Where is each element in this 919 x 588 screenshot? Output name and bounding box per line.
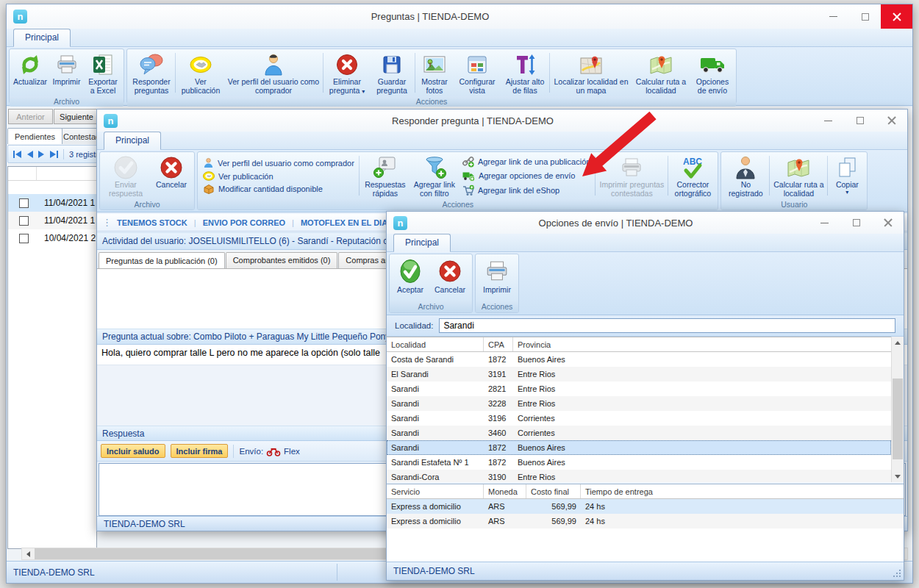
agregar-link-publicacion-item[interactable]: Agregar link de una publicación xyxy=(462,156,591,168)
opciones-envio-button[interactable]: Opciones de envío xyxy=(690,50,734,96)
quick-reply-envio-correo[interactable]: ENVIO POR CORREO xyxy=(203,218,285,227)
first-record-button[interactable] xyxy=(13,151,21,158)
opciones-titlebar[interactable]: n Opciones de envío | TIENDA-DEMO xyxy=(387,212,904,234)
locality-row[interactable]: Sarandi 3228 Entre Rios xyxy=(387,396,891,411)
eliminar-pregunta-button[interactable]: Eliminar pregunta ▾ xyxy=(324,50,370,96)
scroll-up-button[interactable] xyxy=(892,337,904,348)
preguntas-ribbon: Actualizar Imprimir Exportar a Excel Arc… xyxy=(7,47,912,106)
ver-publicacion-item[interactable]: Ver publicación xyxy=(203,171,354,181)
locality-row-selected[interactable]: Sarandi 1872 Buenos Aires xyxy=(387,440,891,455)
agregar-link-eshop-item[interactable]: Agregar link del eShop xyxy=(462,184,591,196)
services-header-row[interactable]: Servicio Moneda Costo final Tiempo de en… xyxy=(387,484,904,499)
locality-row[interactable]: Costa de Sarandi 1872 Buenos Aires xyxy=(387,352,891,367)
close-button[interactable] xyxy=(872,212,904,234)
cell-localidad: Sarandi xyxy=(387,429,484,437)
responder-titlebar[interactable]: n Responder pregunta | TIENDA-DEMO xyxy=(97,110,907,132)
prev-record-button[interactable] xyxy=(26,151,33,158)
question-row[interactable]: 10/04/2021 2 xyxy=(8,229,96,247)
column-header-localidad[interactable]: Localidad xyxy=(387,337,484,351)
resize-grip[interactable] xyxy=(893,570,901,578)
tab-comprobantes[interactable]: Comprobantes emitidos (0) xyxy=(226,252,338,268)
agregar-link-filtro-button[interactable]: Agregar link con filtro xyxy=(410,153,459,198)
anterior-button[interactable]: Anterior xyxy=(8,109,53,124)
ver-perfil-button[interactable]: Ver perfil del usuario como comprador xyxy=(225,50,322,96)
column-header-moneda[interactable]: Moneda xyxy=(484,484,526,498)
calcular-ruta-button[interactable]: Calcular ruta a localidad xyxy=(770,153,826,198)
service-row[interactable]: Express a domicilio ARS 569,99 24 hs xyxy=(387,514,904,528)
incluir-firma-button[interactable]: Incluir firma xyxy=(171,444,229,458)
minimize-button[interactable] xyxy=(818,4,849,29)
tab-pendientes[interactable]: Pendientes xyxy=(7,128,62,144)
imprimir-button[interactable]: Imprimir xyxy=(49,50,84,96)
question-row[interactable]: 11/04/2021 1 xyxy=(8,194,96,212)
localities-header-row[interactable]: Localidad CPA Provincia xyxy=(387,337,891,352)
locality-row[interactable]: Sarandi-Cora 3190 Entre Rios xyxy=(387,470,891,482)
localidad-input[interactable] xyxy=(439,318,895,333)
ribbon-separator xyxy=(323,53,323,93)
locality-row[interactable]: Sarandi 3196 Corrientes xyxy=(387,411,891,426)
close-button[interactable] xyxy=(881,4,912,29)
guardar-pregunta-button[interactable]: Guardar pregunta xyxy=(370,50,414,96)
localizar-localidad-button[interactable]: Localizar localidad en un mapa xyxy=(551,50,632,96)
ver-perfil-item[interactable]: Ver perfil del usuario como comprador xyxy=(203,157,354,168)
locality-row[interactable]: El Sarandi 3191 Entre Rios xyxy=(387,367,891,381)
imprimir-button[interactable]: Imprimir xyxy=(477,255,517,301)
next-record-button[interactable] xyxy=(38,151,45,158)
row-checkbox[interactable] xyxy=(19,216,29,226)
tab-principal[interactable]: Principal xyxy=(104,132,161,150)
row-checkbox[interactable] xyxy=(19,198,29,208)
column-header-tiempo[interactable]: Tiempo de entrega xyxy=(581,484,904,498)
imprimir-contestadas-button[interactable]: Imprimir preguntas contestadas xyxy=(596,153,667,198)
modificar-cantidad-item[interactable]: Modificar cantidad disponible xyxy=(203,184,354,194)
no-registrado-button[interactable]: No registrado xyxy=(723,153,768,198)
column-header-provincia[interactable]: Provincia xyxy=(513,337,891,351)
maximize-button[interactable] xyxy=(840,212,872,234)
accept-icon xyxy=(398,257,422,285)
scrollbar-thumb[interactable] xyxy=(893,379,903,459)
cancelar-button[interactable]: Cancelar xyxy=(429,255,471,301)
localities-scrollbar[interactable] xyxy=(891,337,904,482)
tab-principal[interactable]: Principal xyxy=(13,29,71,47)
cancelar-button[interactable]: Cancelar xyxy=(150,153,193,198)
question-row[interactable]: 11/04/2021 1 xyxy=(8,212,96,229)
agregar-opciones-envio-item[interactable]: Agregar opciones de envío xyxy=(462,171,591,182)
respuestas-rapidas-button[interactable]: Respuestas rápidas xyxy=(360,153,410,198)
exportar-excel-button[interactable]: Exportar a Excel xyxy=(84,50,122,96)
locality-row[interactable]: Sarandi 2821 Entre Rios xyxy=(387,381,891,396)
ver-publicacion-button[interactable]: Ver publicación xyxy=(176,50,225,96)
column-header-servicio[interactable]: Servicio xyxy=(387,484,484,498)
copiar-button[interactable]: Copiar ▾ xyxy=(829,153,865,198)
row-checkbox[interactable] xyxy=(19,234,29,243)
configurar-vista-button[interactable]: Configurar vista xyxy=(453,50,501,96)
tab-preguntas-publicacion[interactable]: Preguntas de la publicación (0) xyxy=(99,252,225,269)
responder-preguntas-button[interactable]: Responder preguntas xyxy=(129,50,174,96)
calcular-ruta-button[interactable]: Calcular ruta a localidad xyxy=(632,50,690,96)
tab-principal[interactable]: Principal xyxy=(393,234,451,252)
aceptar-button[interactable]: Aceptar xyxy=(391,255,429,301)
last-record-button[interactable] xyxy=(50,151,58,158)
quick-reply-tenemos-stock[interactable]: TENEMOS STOCK xyxy=(117,218,187,227)
quick-reply-motoflex[interactable]: MOTOFLEX EN EL DIA xyxy=(301,218,387,227)
minimize-button[interactable] xyxy=(812,110,844,132)
siguiente-button[interactable]: Siguiente xyxy=(54,109,99,124)
column-header-costo[interactable]: Costo final xyxy=(526,484,581,498)
incluir-saludo-button[interactable]: Incluir saludo xyxy=(101,444,165,458)
maximize-button[interactable] xyxy=(849,4,881,29)
maximize-button[interactable] xyxy=(844,110,876,132)
locality-row[interactable]: Sarandi 3460 Corrientes xyxy=(387,426,891,440)
scroll-left-button[interactable] xyxy=(22,548,35,559)
cell-servicio: Express a domicilio xyxy=(387,502,484,511)
corrector-button[interactable]: ABC Corrector ortográfico xyxy=(669,153,716,198)
service-row[interactable]: Express a domicilio ARS 569,99 24 hs xyxy=(387,499,904,514)
enviar-respuesta-button[interactable]: Enviar respuesta xyxy=(101,153,150,198)
actualizar-button[interactable]: Actualizar xyxy=(11,50,49,96)
mostrar-fotos-button[interactable]: Mostrar fotos xyxy=(416,50,453,96)
column-header-cpa[interactable]: CPA xyxy=(484,337,513,351)
ajustar-alto-button[interactable]: Ajustar alto de filas xyxy=(501,50,548,96)
close-button[interactable] xyxy=(876,110,907,132)
locality-row[interactable]: Sarandi Estafeta Nº 1 1872 Buenos Aires xyxy=(387,455,891,470)
minimize-button[interactable] xyxy=(809,212,840,234)
preguntas-titlebar[interactable]: n Preguntas | TIENDA-DEMO xyxy=(7,4,912,29)
responder-preguntas-label: Responder preguntas xyxy=(131,78,172,95)
scroll-down-button[interactable] xyxy=(892,470,904,482)
